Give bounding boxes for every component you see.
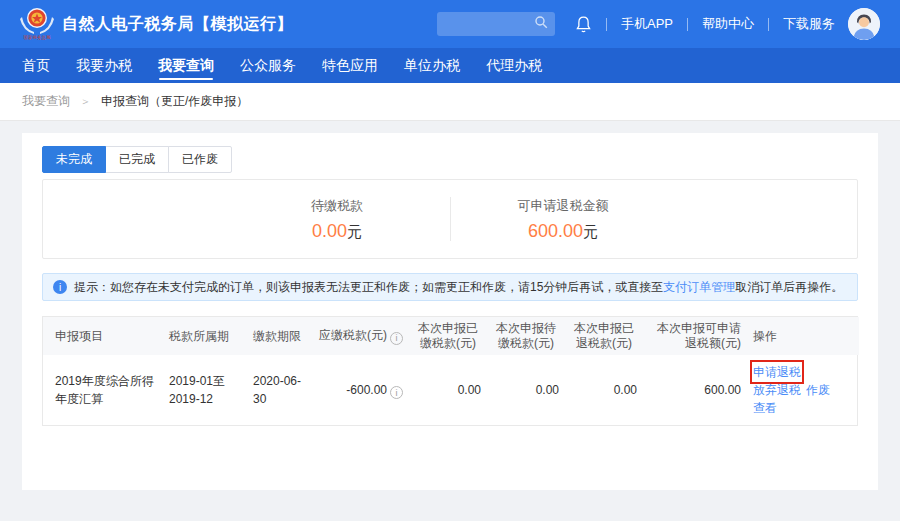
breadcrumb-separator-icon: ＞ (80, 94, 91, 109)
summary-tax-due-label: 待缴税款 (225, 197, 450, 215)
help-center-link[interactable]: 帮助中心 (702, 15, 754, 33)
abandon-refund-link[interactable]: 放弃退税 (753, 381, 801, 399)
header-divider (687, 18, 688, 31)
search-icon[interactable] (534, 15, 548, 33)
summary-refundable: 可申请退税金额 600.00元 (451, 197, 676, 242)
void-link[interactable]: 作废 (806, 381, 830, 399)
tab-voided[interactable]: 已作废 (168, 146, 232, 173)
declaration-table: 申报项目 税款所属期 缴款期限 应缴税款(元)i 本次申报已缴税款(元) 本次申… (42, 316, 858, 426)
payable-info-icon[interactable]: i (390, 332, 403, 345)
nav-item-featured-apps[interactable]: 特色应用 (322, 48, 378, 83)
cell-period: 2019-01至2019-12 (163, 355, 247, 425)
app-title: 自然人电子税务局【模拟运行】 (62, 14, 293, 35)
nav-item-query[interactable]: 我要查询 (158, 48, 214, 83)
summary-refundable-value: 600.00 (528, 221, 583, 241)
user-avatar[interactable] (848, 8, 880, 40)
breadcrumb-parent[interactable]: 我要查询 (22, 93, 70, 110)
tab-unfinished[interactable]: 未完成 (42, 146, 106, 173)
col-paid: 本次申报已缴税款(元) (409, 317, 487, 355)
svg-text:国家税务总局: 国家税务总局 (24, 35, 52, 40)
nav-item-public-service[interactable]: 公众服务 (240, 48, 296, 83)
view-link[interactable]: 查看 (753, 399, 777, 417)
content-card: 未完成 已完成 已作废 待缴税款 0.00元 可申请退税金额 600.00元 i… (22, 133, 878, 490)
table-row: 2019年度综合所得年度汇算 2019-01至2019-12 2020-06-3… (43, 355, 859, 425)
tip-bar: i 提示：如您存在未支付完成的订单，则该申报表无法更正和作废；如需更正和作废，请… (42, 273, 858, 301)
header-divider (606, 18, 607, 31)
summary-refundable-label: 可申请退税金额 (451, 197, 676, 215)
summary-tax-due-value: 0.00 (312, 221, 347, 241)
apply-refund-link[interactable]: 申请退税 (753, 363, 801, 381)
nav-item-home[interactable]: 首页 (22, 48, 50, 83)
payment-order-management-link[interactable]: 支付订单管理 (663, 279, 735, 296)
summary-tax-due: 待缴税款 0.00元 (225, 197, 450, 242)
payable-value-info-icon[interactable]: i (390, 386, 403, 399)
summary-refundable-unit: 元 (583, 223, 598, 240)
col-unpaid: 本次申报待缴税款(元) (487, 317, 565, 355)
status-tabs: 未完成 已完成 已作废 (42, 146, 858, 173)
nav-item-tax-handling[interactable]: 我要办税 (76, 48, 132, 83)
cell-deadline: 2020-06-30 (247, 355, 313, 425)
cell-payable: -600.00i (313, 355, 409, 425)
notification-bell-icon[interactable] (575, 15, 592, 34)
col-operations: 操作 (747, 317, 859, 355)
tip-text-prefix: 提示：如您存在未支付完成的订单，则该申报表无法更正和作废；如需更正和作废，请15… (74, 279, 663, 296)
cell-refundable: 600.00 (643, 355, 747, 425)
main-nav: 首页 我要办税 我要查询 公众服务 特色应用 单位办税 代理办税 (0, 48, 900, 83)
col-payable: 应缴税款(元)i (313, 317, 409, 355)
info-circle-icon: i (53, 280, 67, 294)
header-right: 手机APP 帮助中心 下载服务 (437, 8, 880, 40)
col-refunded: 本次申报已退税款(元) (565, 317, 643, 355)
cell-project: 2019年度综合所得年度汇算 (43, 355, 163, 425)
tab-finished[interactable]: 已完成 (105, 146, 169, 173)
cell-operations: 申请退税放弃退税作废查看 (747, 355, 859, 425)
page: 国家税务总局 自然人电子税务局【模拟运行】 手机A (0, 0, 900, 521)
cell-paid: 0.00 (409, 355, 487, 425)
search-input[interactable] (444, 17, 534, 31)
nav-item-agent-tax[interactable]: 代理办税 (486, 48, 542, 83)
tip-text-suffix: 取消订单后再操作。 (735, 279, 843, 296)
download-service-link[interactable]: 下载服务 (783, 15, 835, 33)
col-project: 申报项目 (43, 317, 163, 355)
summary-box: 待缴税款 0.00元 可申请退税金额 600.00元 (42, 179, 858, 259)
logo: 国家税务总局 自然人电子税务局【模拟运行】 (20, 4, 293, 44)
col-period: 税款所属期 (163, 317, 247, 355)
breadcrumb: 我要查询 ＞ 申报查询（更正/作废申报） (0, 83, 900, 121)
cell-refunded: 0.00 (565, 355, 643, 425)
mobile-app-link[interactable]: 手机APP (621, 15, 673, 33)
cell-unpaid: 0.00 (487, 355, 565, 425)
table-header-row: 申报项目 税款所属期 缴款期限 应缴税款(元)i 本次申报已缴税款(元) 本次申… (43, 317, 859, 355)
breadcrumb-current: 申报查询（更正/作废申报） (101, 93, 248, 110)
top-header: 国家税务总局 自然人电子税务局【模拟运行】 手机A (0, 0, 900, 48)
tax-bureau-emblem-icon: 国家税务总局 (20, 4, 54, 44)
summary-tax-due-unit: 元 (347, 223, 362, 240)
search-box[interactable] (437, 12, 555, 36)
col-refundable: 本次申报可申请退税额(元) (643, 317, 747, 355)
nav-item-unit-tax[interactable]: 单位办税 (404, 48, 460, 83)
header-divider (768, 18, 769, 31)
col-deadline: 缴款期限 (247, 317, 313, 355)
